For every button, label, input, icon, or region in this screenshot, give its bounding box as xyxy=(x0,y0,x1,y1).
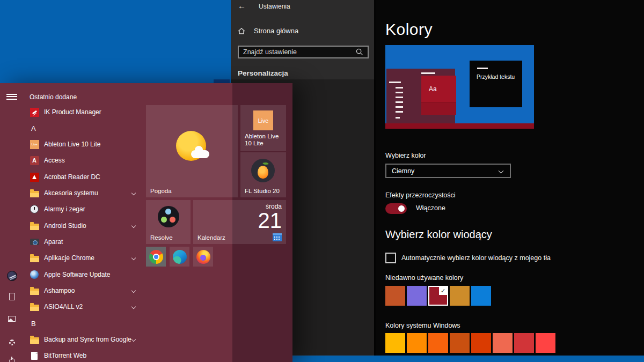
app-row-android-studio[interactable]: Android Studio xyxy=(30,220,138,232)
color-swatch[interactable] xyxy=(407,286,427,306)
app-row-ik-product-manager[interactable]: IK Product Manager xyxy=(30,106,138,118)
pictures-icon[interactable] xyxy=(6,313,17,324)
color-swatch[interactable] xyxy=(407,333,427,353)
app-row-ashampoo[interactable]: Ashampoo xyxy=(30,285,138,297)
settings-gear-icon[interactable] xyxy=(6,337,17,348)
settings-window: ← Ustawienia Strona główna Personalizacj… xyxy=(231,0,644,356)
chrome-icon xyxy=(149,250,163,264)
tile-edge[interactable] xyxy=(170,247,189,267)
app-row-apple-software-update[interactable]: Apple Software Update xyxy=(30,269,138,280)
app-row-bittorrent-web[interactable]: BitTorrent Web xyxy=(30,350,138,361)
tile-weather[interactable]: Pogoda xyxy=(146,105,238,197)
back-arrow-icon[interactable]: ← xyxy=(238,1,246,10)
app-row-asio4all[interactable]: ASIO4ALL v2 xyxy=(30,301,138,313)
color-swatch[interactable] xyxy=(385,286,405,306)
app-list-letter-b[interactable]: B xyxy=(31,320,36,328)
transparency-state: Włączone xyxy=(416,204,445,212)
color-swatch[interactable] xyxy=(450,333,470,353)
preview-start-menu: Aa xyxy=(386,69,455,123)
auto-accent-checkbox[interactable] xyxy=(385,253,396,263)
selected-check-icon: ✓ xyxy=(439,287,447,295)
folder-icon xyxy=(30,289,39,295)
ableton-live-icon: Live xyxy=(253,110,273,130)
transparency-label: Efekty przezroczystości xyxy=(385,191,456,199)
bittorrent-web-icon xyxy=(31,352,38,360)
chevron-down-icon[interactable] xyxy=(131,305,136,309)
color-swatch[interactable] xyxy=(385,333,405,353)
sidebar-item-home[interactable]: Strona główna xyxy=(238,27,298,35)
auto-accent-label: Automatycznie wybierz kolor wiodący z mo… xyxy=(401,254,551,262)
app-row-system-accessories[interactable]: Akcesoria systemu xyxy=(30,187,138,199)
color-swatch[interactable] xyxy=(450,286,470,306)
edge-icon xyxy=(173,250,187,264)
power-icon[interactable] xyxy=(6,356,17,362)
firefox-icon xyxy=(196,250,210,264)
folder-icon xyxy=(30,191,39,197)
app-row-backup-sync[interactable]: Backup and Sync from Google xyxy=(30,334,138,345)
tile-resolve[interactable]: Resolve xyxy=(146,200,191,244)
preview-sample-window: Przykład tekstu xyxy=(470,61,522,107)
chevron-down-icon[interactable] xyxy=(131,224,136,228)
page-title: Kolory xyxy=(385,20,433,39)
color-swatch[interactable] xyxy=(471,333,491,353)
theme-preview: Aa Przykład tekstu xyxy=(385,45,534,129)
tile-firefox[interactable] xyxy=(193,247,213,267)
user-avatar[interactable] xyxy=(6,270,17,281)
chevron-down-icon[interactable] xyxy=(131,191,136,195)
chevron-down-icon[interactable] xyxy=(131,337,136,342)
app-row-acrobat[interactable]: Acrobat Reader DC xyxy=(30,171,138,183)
system-colors-label: Kolory systemu Windows xyxy=(385,322,460,329)
color-swatch[interactable] xyxy=(536,333,555,353)
folder-icon xyxy=(30,305,39,311)
colors-settings-page: Kolory Aa xyxy=(376,0,644,356)
tile-ableton-live[interactable]: Live Ableton Live 10 Lite xyxy=(240,105,286,151)
home-label: Strona główna xyxy=(254,27,298,35)
folder-icon xyxy=(30,224,39,230)
app-row-access[interactable]: A Access xyxy=(30,154,138,166)
recent-colors-row: ✓ xyxy=(385,286,493,306)
ableton-live-icon: Live xyxy=(30,140,39,149)
tile-calendar[interactable]: środa 21 Kalendarz xyxy=(193,200,286,244)
color-mode-value: Ciemny xyxy=(386,167,414,175)
hamburger-menu-icon[interactable] xyxy=(6,91,17,102)
start-menu: Ostatnio dodane IK Product Manager A Liv… xyxy=(0,83,292,362)
accent-section-header: Wybierz kolor wiodący xyxy=(385,228,492,241)
system-colors-row xyxy=(385,333,557,353)
fl-studio-icon xyxy=(251,159,275,182)
color-swatch[interactable] xyxy=(493,333,513,353)
folder-icon xyxy=(30,256,39,262)
preview-sample-text: Przykład tekstu xyxy=(477,73,515,80)
transparency-toggle[interactable] xyxy=(385,203,407,214)
app-row-alarms-clock[interactable]: Alarmy i zegar xyxy=(30,203,138,215)
preview-taskbar xyxy=(385,123,534,129)
color-swatch[interactable] xyxy=(471,286,491,306)
home-icon xyxy=(238,27,245,35)
davinci-resolve-icon xyxy=(158,206,179,227)
chevron-down-icon[interactable] xyxy=(131,256,136,260)
color-swatch[interactable]: ✓ xyxy=(428,286,448,306)
app-row-chrome-apps[interactable]: Aplikacje Chrome xyxy=(30,252,138,264)
app-list-letter-a[interactable]: A xyxy=(31,124,36,132)
recent-colors-label: Niedawno używane kolory xyxy=(385,274,463,282)
desktop: ← Ustawienia Strona główna Personalizacj… xyxy=(0,0,644,362)
search-input[interactable] xyxy=(239,48,356,56)
app-row-ableton[interactable]: Live Ableton Live 10 Lite xyxy=(30,138,138,150)
search-icon[interactable] xyxy=(356,48,363,56)
color-mode-dropdown[interactable]: Ciemny xyxy=(385,164,511,178)
access-icon: A xyxy=(30,156,39,165)
tile-fl-studio[interactable]: FL Studio 20 xyxy=(240,152,286,197)
tile-chrome[interactable] xyxy=(146,247,166,267)
documents-icon[interactable] xyxy=(6,291,17,302)
search-box[interactable] xyxy=(238,46,369,58)
clock-icon xyxy=(30,205,39,213)
apple-software-update-icon xyxy=(30,270,39,279)
cloud-icon xyxy=(191,150,209,158)
color-swatch[interactable] xyxy=(428,333,448,353)
calendar-icon xyxy=(273,233,282,241)
chevron-down-icon[interactable] xyxy=(131,289,136,293)
recent-apps-header: Ostatnio dodane xyxy=(30,93,77,101)
app-row-camera[interactable]: Aparat xyxy=(30,236,138,248)
settings-window-title: Ustawienia xyxy=(259,3,290,10)
color-swatch[interactable] xyxy=(514,333,534,353)
camera-icon xyxy=(30,239,39,245)
